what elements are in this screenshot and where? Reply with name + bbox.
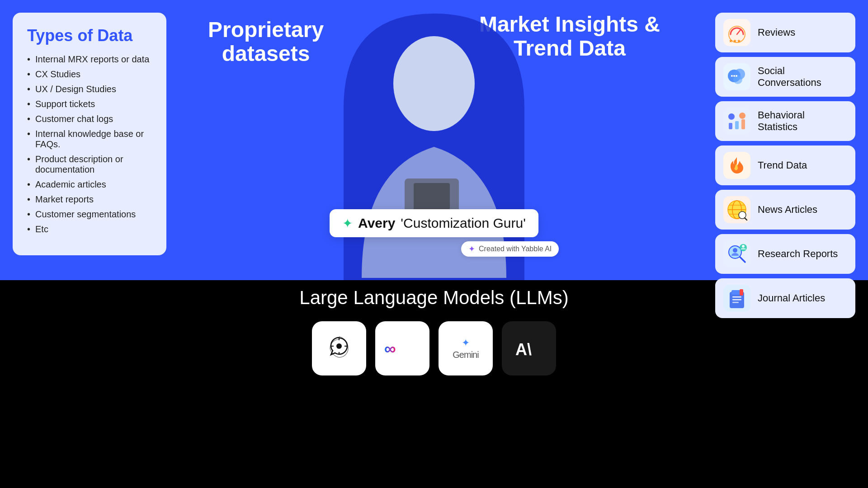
spark-icon: ✦ (342, 216, 353, 231)
flame-icon (726, 155, 748, 176)
avery-name: Avery (358, 216, 395, 231)
right-sidebar: ★★★ Reviews Social Conversations (715, 13, 855, 318)
svg-point-20 (739, 113, 745, 119)
behavioral-icon (723, 108, 750, 135)
journal-card: Journal Articles (715, 278, 855, 318)
gemini-logo: ✦ Gemini (439, 321, 493, 375)
llm-logos-row: ∞ ✦ Gemini A\ (312, 321, 556, 375)
svg-point-18 (736, 75, 737, 77)
llm-title: Large Language Models (LLMs) (299, 287, 568, 309)
social-card: Social Conversations (715, 57, 855, 97)
list-item: Customer chat logs (27, 114, 152, 124)
research-magnifier-icon (725, 242, 749, 266)
llm-section: Large Language Models (LLMs) (181, 287, 687, 375)
reviews-card: ★★★ Reviews (715, 13, 855, 52)
proprietary-label: Proprietarydatasets (208, 18, 324, 66)
social-icon (723, 63, 750, 90)
reviews-icon: ★★★ (723, 19, 750, 46)
center-section: Proprietarydatasets Market Insights &Tre… (181, 0, 687, 280)
svg-point-16 (731, 75, 733, 77)
anthropic-icon: A\ (513, 337, 545, 360)
behavioral-card: Behavioral Statistics (715, 101, 855, 141)
avery-title: 'Customization Guru' (401, 216, 526, 231)
svg-rect-40 (732, 302, 739, 303)
svg-text:A\: A\ (515, 340, 532, 359)
created-badge: ✦ Created with Yabble AI (461, 241, 559, 257)
svg-point-17 (733, 75, 735, 77)
svg-rect-21 (729, 123, 732, 129)
svg-point-3 (336, 343, 342, 349)
meta-icon: ∞ (382, 339, 423, 357)
svg-rect-2 (414, 183, 450, 210)
svg-point-32 (733, 248, 737, 253)
trend-card: Trend Data (715, 145, 855, 185)
list-item: Internal knowledge base or FAQs. (27, 129, 152, 150)
list-item: Internal MRX reports or data (27, 54, 152, 65)
stats-people-icon (725, 109, 749, 133)
svg-point-35 (742, 245, 745, 248)
openai-logo (312, 321, 366, 375)
svg-point-19 (728, 113, 735, 120)
svg-rect-22 (735, 121, 739, 129)
anthropic-logo: A\ (502, 321, 556, 375)
journal-label: Journal Articles (758, 292, 825, 304)
person-silhouette (339, 25, 529, 278)
journal-icon (723, 285, 750, 312)
svg-text:★★★: ★★★ (729, 38, 741, 43)
meta-logo: ∞ (375, 321, 429, 375)
svg-text:∞: ∞ (384, 339, 396, 357)
created-text: Created with Yabble AI (479, 245, 552, 253)
list-item: Market reports (27, 194, 152, 205)
list-item: Customer segmentations (27, 209, 152, 220)
svg-rect-38 (732, 296, 741, 298)
list-item: UX / Design Studies (27, 84, 152, 94)
research-icon (723, 240, 750, 267)
list-item: CX Studies (27, 69, 152, 80)
news-label: News Articles (758, 204, 817, 216)
avery-label: ✦ Avery 'Customization Guru' (330, 209, 538, 237)
speedometer-icon: ★★★ (726, 22, 748, 43)
clipboard-icon (726, 287, 748, 309)
svg-point-0 (393, 36, 475, 131)
svg-line-30 (745, 218, 747, 220)
research-label: Research Reports (758, 248, 838, 260)
types-title: Types of Data (27, 26, 152, 45)
svg-rect-23 (741, 119, 745, 129)
list-item: Product description or documentation (27, 154, 152, 175)
reviews-label: Reviews (758, 27, 795, 38)
list-item: Support tickets (27, 99, 152, 109)
behavioral-label: Behavioral Statistics (758, 109, 847, 133)
research-card: Research Reports (715, 234, 855, 274)
news-card: News Articles (715, 190, 855, 230)
yabble-spark-icon: ✦ (468, 244, 475, 254)
social-label: Social Conversations (758, 65, 847, 89)
news-icon (723, 196, 750, 223)
openai-icon (325, 334, 354, 363)
types-of-data-card: Types of Data Internal MRX reports or da… (13, 13, 166, 255)
globe-icon (725, 198, 749, 221)
list-item: Academic articles (27, 179, 152, 190)
trend-icon (723, 152, 750, 179)
chat-bubbles-icon (726, 66, 748, 88)
list-item: Etc (27, 224, 152, 235)
trend-label: Trend Data (758, 160, 807, 171)
svg-rect-41 (740, 289, 743, 296)
svg-rect-39 (732, 299, 741, 300)
svg-line-33 (740, 257, 745, 262)
types-list: Internal MRX reports or data CX Studies … (27, 54, 152, 235)
